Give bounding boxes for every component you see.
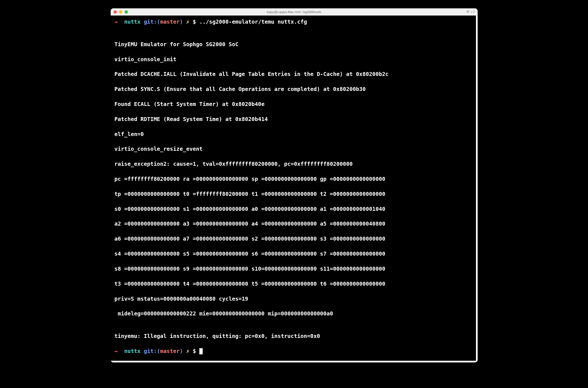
minimize-button[interactable] (119, 10, 122, 14)
prompt-dirty-mark-icon: ✗ (186, 348, 190, 354)
output-line: TinyEMU Emulator for Sophgo SG2000 SoC (115, 41, 472, 48)
prompt-branch: master (160, 348, 180, 354)
prompt-dollar: $ (193, 348, 196, 354)
prompt-dollar: $ (193, 19, 196, 25)
command-text: ../sg2000-emulator/temu nuttx.cfg (199, 19, 307, 25)
output-line: a6 =0000000000000000 a7 =000000000000000… (115, 235, 472, 243)
prompt-dirty-mark-icon: ✗ (186, 19, 190, 25)
titlebar: luppy@Luppys-Mac-mini:~/sg2000/nuttx ⌘⌥2 (111, 8, 478, 16)
prompt-git-label: git:( (144, 19, 160, 25)
prompt-git-close: ) (180, 19, 183, 25)
output-line: a2 =0000000000000000 a3 =000000000000000… (115, 220, 472, 228)
output-line: Found ECALL (Start System Timer) at 0x80… (115, 101, 472, 108)
output-line: tinyemu: Illegal instruction, quitting: … (115, 333, 472, 340)
output-line: pc =ffffffff80200000 ra =000000000000000… (115, 176, 472, 183)
output-line: elf_len=0 (115, 131, 472, 138)
output-line: t3 =0000000000000000 t4 =000000000000000… (115, 280, 472, 288)
window-shortcut-indicator: ⌘⌥2 (466, 10, 475, 14)
output-line: virtio_console_resize_event (115, 145, 472, 153)
output-line: s0 =0000000000000000 s1 =000000000000000… (115, 206, 472, 213)
output-line: priv=S mstatus=0000000a00040080 cycles=1… (115, 295, 472, 303)
output-line: raise_exception2: cause=1, tval=0xffffff… (115, 160, 472, 168)
prompt-arrow-icon: → (115, 348, 118, 354)
output-line: tp =0000000000000000 t0 =ffffffff8020000… (115, 191, 472, 198)
cursor-icon (199, 348, 203, 354)
output-line: mideleg=0000000000000222 mie=00000000000… (115, 310, 472, 318)
terminal-body[interactable]: → nuttx git:(master) ✗ $ ../sg2000-emula… (111, 16, 478, 362)
prompt-line-1: → nuttx git:(master) ✗ $ ../sg2000-emula… (115, 18, 472, 26)
prompt-arrow-icon: → (115, 19, 118, 25)
output-line: virtio_console_init (115, 56, 472, 63)
close-button[interactable] (113, 10, 117, 14)
prompt-branch: master (160, 19, 180, 25)
output-line: Patched SYNC.S (Ensure that all Cache Op… (115, 86, 472, 93)
prompt-directory: nuttx (124, 19, 141, 25)
window-title: luppy@Luppys-Mac-mini:~/sg2000/nuttx (267, 10, 321, 14)
prompt-git-label: git:( (144, 348, 160, 354)
traffic-lights (113, 10, 128, 14)
output-line: s8 =0000000000000000 s9 =000000000000000… (115, 265, 472, 273)
prompt-directory: nuttx (124, 348, 141, 354)
prompt-git-close: ) (180, 348, 183, 354)
output-line: s4 =0000000000000000 s5 =000000000000000… (115, 250, 472, 258)
maximize-button[interactable] (125, 10, 128, 14)
output-line: Patched RDTIME (Read System Time) at 0x8… (115, 116, 472, 123)
terminal-window: luppy@Luppys-Mac-mini:~/sg2000/nuttx ⌘⌥2… (111, 8, 478, 362)
output-line: Patched DCACHE.IALL (Invalidate all Page… (115, 71, 472, 78)
prompt-line-2: → nuttx git:(master) ✗ $ (115, 348, 472, 355)
